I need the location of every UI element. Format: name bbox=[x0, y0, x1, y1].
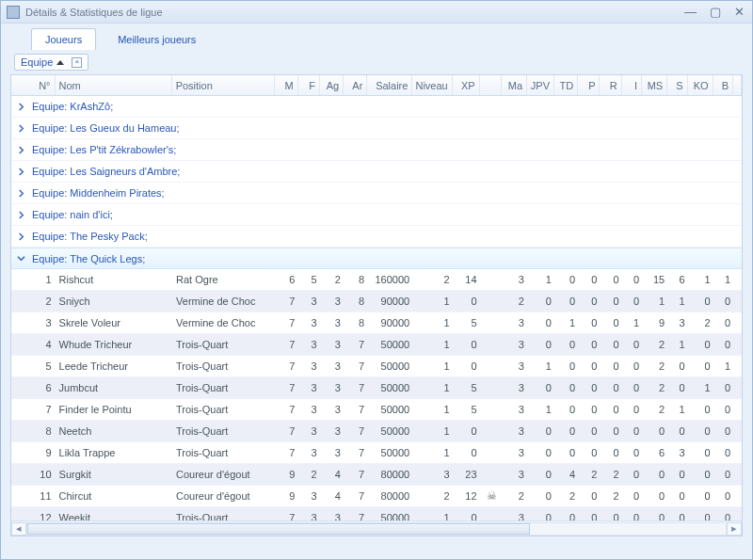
scroll-track[interactable] bbox=[26, 522, 727, 536]
group-by-panel[interactable]: Equipe × bbox=[1, 50, 752, 74]
cell-status bbox=[481, 442, 503, 463]
tab-meilleurs-joueurs[interactable]: Meilleurs joueurs bbox=[104, 28, 210, 50]
table-row[interactable]: 7Finder le PointuTrois-Quart733750000153… bbox=[11, 399, 742, 421]
cell-num: 6 bbox=[28, 377, 56, 398]
cell-niveau: 1 bbox=[413, 312, 453, 333]
table-row[interactable]: 3Skrele VoleurVermine de Choc73389000015… bbox=[11, 312, 742, 334]
col-s[interactable]: S bbox=[667, 75, 687, 95]
close-icon[interactable]: × bbox=[72, 57, 82, 68]
col-ag[interactable]: Ag bbox=[320, 75, 344, 95]
cell-position: Coureur d'égout bbox=[172, 486, 275, 506]
cell-status bbox=[481, 356, 503, 376]
col-ms[interactable]: MS bbox=[642, 75, 667, 95]
cell-ar: 7 bbox=[344, 399, 368, 420]
cell-ag: 3 bbox=[321, 507, 344, 520]
cell-expander bbox=[11, 269, 28, 290]
cell-position: Trois-Quart bbox=[172, 507, 275, 520]
group-row[interactable]: Equipe: The Quick Legs; bbox=[11, 248, 742, 269]
col-p[interactable]: P bbox=[578, 75, 600, 95]
group-row[interactable]: Equipe: Middenheim Pirates; bbox=[11, 183, 742, 204]
table-row[interactable]: 9Likla TrappeTrois-Quart7337500001030000… bbox=[11, 442, 742, 464]
cell-num: 9 bbox=[28, 442, 56, 463]
cell-num: 5 bbox=[28, 356, 56, 376]
cell-jpv: 0 bbox=[528, 442, 555, 463]
col-ma[interactable]: Ma bbox=[502, 75, 527, 95]
col-salaire[interactable]: Salaire bbox=[367, 75, 412, 95]
cell-ko: 0 bbox=[689, 291, 714, 312]
table-row[interactable]: 5Leede TricheurTrois-Quart73375000010310… bbox=[11, 356, 742, 377]
table-row[interactable]: 1RishcutRat Ogre652816000021431000015611 bbox=[11, 269, 742, 291]
cell-num: 12 bbox=[28, 507, 56, 520]
cell-ko: 0 bbox=[689, 334, 714, 355]
scroll-left-button[interactable]: ◂ bbox=[11, 522, 26, 536]
table-row[interactable]: 8NeetchTrois-Quart733750000103000000000 bbox=[11, 421, 742, 442]
col-status-icon[interactable] bbox=[480, 75, 502, 95]
col-jpv[interactable]: JPV bbox=[527, 75, 554, 95]
chevron-right-icon bbox=[15, 231, 26, 242]
cell-r: 0 bbox=[601, 421, 622, 441]
group-row[interactable]: Equipe: Les Saigneurs d'Ambre; bbox=[11, 161, 742, 183]
col-b[interactable]: B bbox=[713, 75, 733, 95]
cell-r: 0 bbox=[601, 334, 622, 355]
maximize-button[interactable]: ▢ bbox=[710, 5, 721, 19]
col-nom[interactable]: Nom bbox=[56, 75, 172, 95]
col-i[interactable]: I bbox=[622, 75, 642, 95]
cell-s: 0 bbox=[668, 486, 688, 506]
group-row[interactable]: Equipe: KrAshZô; bbox=[11, 96, 742, 118]
cell-expander bbox=[11, 312, 28, 333]
cell-p: 0 bbox=[579, 507, 601, 520]
cell-xp: 12 bbox=[454, 486, 481, 506]
cell-r: 0 bbox=[601, 507, 622, 520]
group-chip-equipe[interactable]: Equipe × bbox=[14, 54, 88, 71]
table-row[interactable]: 2SniychVermine de Choc733890000102000001… bbox=[11, 291, 742, 312]
cell-salaire: 80000 bbox=[368, 486, 413, 506]
cell-td: 4 bbox=[555, 464, 579, 485]
chevron-down-icon bbox=[15, 253, 26, 264]
cell-num: 10 bbox=[28, 464, 56, 485]
cell-b: 0 bbox=[714, 464, 734, 485]
col-ar[interactable]: Ar bbox=[344, 75, 367, 95]
tab-joueurs[interactable]: Joueurs bbox=[31, 28, 96, 50]
cell-salaire: 50000 bbox=[368, 421, 413, 441]
cell-ag: 4 bbox=[321, 486, 344, 506]
col-position[interactable]: Position bbox=[172, 75, 275, 95]
group-row[interactable]: Equipe: The Pesky Pack; bbox=[11, 226, 742, 248]
group-row[interactable]: Equipe: Les Gueux du Hameau; bbox=[11, 118, 742, 139]
close-button[interactable]: ✕ bbox=[734, 5, 745, 19]
table-row[interactable]: 6JumbcutTrois-Quart733750000153000002010 bbox=[11, 377, 742, 399]
col-ko[interactable]: KO bbox=[688, 75, 713, 95]
scroll-right-button[interactable]: ▸ bbox=[727, 522, 742, 536]
group-row[interactable]: Equipe: nain d'ici; bbox=[11, 204, 742, 226]
cell-s: 0 bbox=[668, 377, 688, 398]
col-m[interactable]: M bbox=[275, 75, 298, 95]
table-row[interactable]: 12WeekitTrois-Quart733750000103000000000 bbox=[11, 507, 742, 520]
cell-xp: 5 bbox=[454, 312, 481, 333]
cell-ar: 7 bbox=[344, 486, 368, 506]
col-num[interactable]: N° bbox=[28, 75, 56, 95]
col-f[interactable]: F bbox=[298, 75, 320, 95]
cell-s: 0 bbox=[668, 356, 688, 376]
cell-position: Coureur d'égout bbox=[172, 464, 275, 485]
col-td[interactable]: TD bbox=[554, 75, 578, 95]
cell-r: 0 bbox=[601, 399, 622, 420]
col-xp[interactable]: XP bbox=[453, 75, 480, 95]
table-row[interactable]: 4Whude TricheurTrois-Quart73375000010300… bbox=[11, 334, 742, 356]
col-r[interactable]: R bbox=[600, 75, 621, 95]
scroll-thumb[interactable] bbox=[27, 523, 530, 535]
group-row[interactable]: Equipe: Les P'tit Zékrabowler's; bbox=[11, 139, 742, 161]
table-row[interactable]: 11ChircutCoureur d'égout934780000212☠202… bbox=[11, 486, 742, 507]
minimize-button[interactable]: — bbox=[684, 5, 697, 19]
horizontal-scrollbar[interactable]: ◂ ▸ bbox=[11, 520, 742, 536]
col-niveau[interactable]: Niveau bbox=[412, 75, 452, 95]
cell-num: 3 bbox=[28, 312, 56, 333]
cell-r: 0 bbox=[601, 377, 622, 398]
chevron-right-icon bbox=[15, 101, 26, 112]
cell-status bbox=[481, 334, 503, 355]
cell-expander bbox=[11, 399, 28, 420]
cell-position: Vermine de Choc bbox=[172, 312, 275, 333]
cell-ag: 4 bbox=[321, 464, 344, 485]
table-row[interactable]: 10SurgkitCoureur d'égout9247800003233042… bbox=[11, 464, 742, 486]
cell-expander bbox=[11, 334, 28, 355]
cell-b: 0 bbox=[714, 334, 734, 355]
cell-ms: 2 bbox=[643, 356, 668, 376]
